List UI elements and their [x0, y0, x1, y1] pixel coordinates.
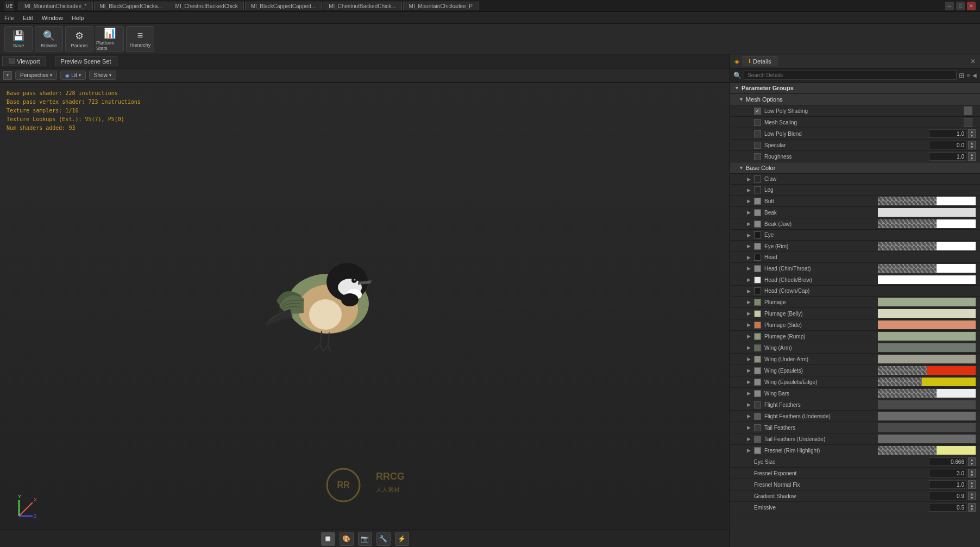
expand-icon[interactable]: ▶	[745, 424, 752, 431]
title-tab-2[interactable]: MI_BlackCappedChicka...	[94, 2, 168, 10]
eye-swatch[interactable]	[754, 231, 761, 238]
title-tab-5[interactable]: MI_ChestnutBackedChick...	[323, 2, 401, 10]
perspective-button[interactable]: Perspective ▾	[15, 71, 57, 80]
expand-icon[interactable]: ▶	[745, 288, 752, 294]
wing-arm-swatch[interactable]	[754, 344, 761, 351]
details-close-button[interactable]: ✕	[970, 58, 976, 65]
menu-edit[interactable]: Edit	[23, 15, 33, 21]
wing-epaulets-edge-swatch[interactable]	[754, 379, 761, 386]
mesh-options-header[interactable]: ▼ Mesh Options	[730, 94, 980, 105]
beak-jaw-color-bar[interactable]	[878, 219, 976, 228]
plumage-rump-swatch[interactable]	[754, 333, 761, 340]
head-swatch[interactable]	[754, 254, 761, 261]
roughness-checkbox[interactable]	[754, 153, 761, 160]
wing-bars-color-bar[interactable]	[878, 389, 976, 398]
beak-color-bar[interactable]	[878, 208, 976, 217]
expand-icon[interactable]: ▶	[745, 243, 752, 249]
flight-feathers-underside-color-bar[interactable]	[878, 412, 976, 420]
expand-icon[interactable]: ▶	[745, 221, 752, 227]
expand-icon[interactable]: ▶	[745, 322, 752, 328]
eye-rim-swatch[interactable]	[754, 243, 761, 250]
expand-icon[interactable]: ▶	[745, 356, 752, 362]
expand-icon[interactable]: ▶	[745, 310, 752, 317]
expand-icon[interactable]	[745, 470, 752, 476]
bottom-btn-5[interactable]: ⚡	[395, 532, 409, 546]
head-cheek-color-bar[interactable]	[878, 275, 976, 284]
fresnel-rim-swatch[interactable]	[754, 447, 761, 454]
expand-icon[interactable]: ▶	[745, 299, 752, 305]
eye-size-value[interactable]: ▲▼	[929, 457, 976, 466]
base-color-header[interactable]: ▼ Base Color	[730, 162, 980, 174]
expand-icon[interactable]: ▶	[745, 176, 752, 183]
plumage-belly-color-bar[interactable]	[878, 309, 976, 318]
tail-feathers-underside-swatch[interactable]	[754, 436, 761, 443]
menu-window[interactable]: Window	[42, 15, 63, 21]
maximize-button[interactable]: □	[956, 2, 965, 10]
leg-swatch[interactable]	[754, 186, 761, 193]
specular-spin[interactable]: ▲▼	[968, 141, 976, 149]
fresnel-normal-fix-value[interactable]: ▲▼	[929, 480, 976, 489]
show-button[interactable]: Show ▾	[89, 71, 116, 80]
roughness-value[interactable]: ▲▼	[929, 152, 976, 161]
tail-feathers-swatch[interactable]	[754, 424, 761, 431]
wing-arm-color-bar[interactable]	[878, 343, 976, 352]
fresnel-normal-fix-input[interactable]	[929, 480, 967, 489]
gradient-shadow-value[interactable]: ▲▼	[929, 492, 976, 500]
expand-icon[interactable]: ◀	[972, 72, 977, 78]
title-tab-6[interactable]: MI_MountainChickadee_P	[403, 2, 479, 10]
expand-icon[interactable]: ▶	[745, 232, 752, 238]
expand-icon[interactable]	[745, 119, 752, 125]
flight-feathers-color-bar[interactable]	[878, 400, 976, 409]
expand-icon[interactable]	[745, 108, 752, 114]
expand-icon[interactable]	[745, 142, 752, 148]
expand-icon[interactable]: ▶	[745, 436, 752, 442]
plumage-side-color-bar[interactable]	[878, 320, 976, 329]
list-view-icon[interactable]: ≡	[966, 72, 970, 79]
wing-under-arm-color-bar[interactable]	[878, 355, 976, 363]
close-button[interactable]: ✕	[967, 2, 976, 10]
low-poly-blend-spin[interactable]: ▲▼	[968, 129, 976, 138]
bottom-btn-2[interactable]: 🎨	[340, 532, 354, 546]
expand-icon[interactable]: ▶	[745, 390, 752, 397]
wing-under-arm-swatch[interactable]	[754, 356, 761, 363]
butt-color-bar[interactable]	[878, 197, 976, 205]
emissive-value[interactable]: ▲▼	[929, 503, 976, 512]
emissive-spin[interactable]: ▲▼	[968, 503, 976, 512]
fresnel-exponent-value[interactable]: ▲▼	[929, 469, 976, 477]
tail-feathers-underside-color-bar[interactable]	[878, 435, 976, 443]
plumage-belly-swatch[interactable]	[754, 310, 761, 317]
menu-help[interactable]: Help	[72, 15, 84, 21]
low-poly-shading-checkbox[interactable]	[754, 108, 761, 115]
specular-checkbox[interactable]	[754, 142, 761, 149]
low-poly-blend-value[interactable]: ▲▼	[929, 129, 976, 138]
hierarchy-button[interactable]: ≡ Hierarchy	[126, 26, 154, 52]
expand-icon[interactable]	[745, 504, 752, 511]
fresnel-exponent-input[interactable]	[929, 469, 967, 477]
expand-icon[interactable]	[745, 493, 752, 499]
head-crown-swatch[interactable]	[754, 287, 761, 294]
low-poly-blend-checkbox[interactable]	[754, 130, 761, 137]
head-cheek-swatch[interactable]	[754, 276, 761, 284]
head-chin-swatch[interactable]	[754, 265, 761, 272]
wing-epaulets-swatch[interactable]	[754, 367, 761, 374]
preview-scene-tab[interactable]: Preview Scene Set	[55, 56, 117, 66]
details-tab[interactable]: ℹ Details	[743, 56, 777, 66]
low-poly-blend-input[interactable]	[929, 129, 967, 138]
expand-icon[interactable]	[745, 130, 752, 137]
expand-icon[interactable]: ▶	[745, 379, 752, 385]
expand-icon[interactable]: ▶	[745, 344, 752, 351]
plumage-rump-color-bar[interactable]	[878, 332, 976, 341]
fresnel-normal-fix-spin[interactable]: ▲▼	[968, 480, 976, 489]
fresnel-exponent-spin[interactable]: ▲▼	[968, 469, 976, 477]
eye-size-input[interactable]	[929, 457, 967, 466]
viewport-tab[interactable]: ⬛ Viewport	[2, 56, 46, 66]
expand-icon[interactable]: ▶	[745, 401, 752, 408]
expand-icon[interactable]: ▶	[745, 367, 752, 374]
eye-size-spin[interactable]: ▲▼	[968, 457, 976, 466]
tail-feathers-color-bar[interactable]	[878, 423, 976, 432]
viewport-dropdown[interactable]: ▾	[3, 71, 12, 80]
bottom-btn-3[interactable]: 📷	[358, 532, 372, 546]
claw-swatch[interactable]	[754, 175, 761, 183]
eye-rim-color-bar[interactable]	[878, 242, 976, 250]
platform-stats-button[interactable]: 📊 Platform Stats	[96, 26, 124, 52]
